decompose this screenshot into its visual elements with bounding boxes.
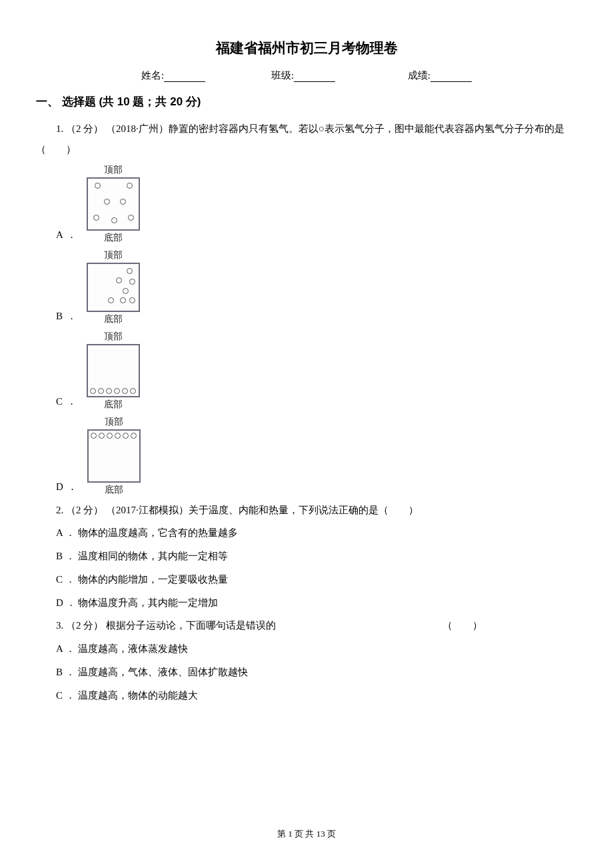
q1-figure-c-bottom: 底部	[104, 399, 123, 411]
q1-container-b	[87, 263, 140, 312]
q1-figure-a-bottom: 底部	[104, 232, 123, 244]
q1-stem: 1. （2 分） （2018·广州）静置的密封容器内只有氢气。若以○表示氢气分子…	[36, 119, 577, 160]
q1-figure-d-top: 顶部	[105, 416, 123, 428]
section-1-header: 一、 选择题 (共 10 题；共 20 分)	[36, 94, 577, 109]
q3-stem-text: 3. （2 分） 根据分子运动论，下面哪句话是错误的	[56, 620, 276, 631]
q1-container-a	[87, 177, 140, 231]
q2-option-b: B ． 温度相同的物体，其内能一定相等	[36, 546, 577, 567]
name-label: 姓名:	[141, 70, 164, 81]
q1-figure-d: 顶部 底部	[87, 415, 141, 497]
q1-option-a-label: A ．	[56, 229, 77, 245]
q1-option-b-label: B ．	[56, 310, 77, 327]
class-label: 班级:	[271, 70, 294, 81]
q1-figure-a-top: 顶部	[104, 164, 123, 176]
score-blank[interactable]	[430, 71, 472, 82]
class-blank[interactable]	[294, 71, 335, 82]
q1-figure-b-bottom: 底部	[104, 313, 123, 325]
q3-option-b: B ． 温度越高，气体、液体、固体扩散越快	[36, 662, 577, 683]
q1-option-d-label: D ．	[56, 481, 78, 497]
q1-container-d	[87, 429, 141, 483]
q3-paren: （ ）	[442, 620, 482, 631]
student-info-row: 姓名: 班级: 成绩:	[36, 69, 577, 82]
q2-stem: 2. （2 分） （2017·江都模拟）关于温度、内能和热量，下列说法正确的是（…	[36, 500, 577, 521]
q1-figure-b: 顶部 底部	[87, 248, 140, 327]
q1-option-a: A ． 顶部 底部	[36, 163, 577, 245]
q3-option-a: A ． 温度越高，液体蒸发越快	[36, 639, 577, 659]
q3-option-c: C ． 温度越高，物体的动能越大	[36, 685, 577, 706]
exam-title: 福建省福州市初三月考物理卷	[36, 39, 577, 57]
q1-figure-c-top: 顶部	[104, 331, 123, 343]
name-blank[interactable]	[164, 71, 205, 82]
q1-figure-d-bottom: 底部	[105, 484, 123, 496]
q3-stem: 3. （2 分） 根据分子运动论，下面哪句话是错误的（ ）	[36, 615, 577, 636]
q1-option-b: B ． 顶部 底部	[36, 248, 577, 327]
q2-option-a: A ． 物体的温度越高，它含有的热量越多	[36, 523, 577, 543]
q1-container-c	[87, 344, 140, 397]
q2-option-c: C ． 物体的内能增加，一定要吸收热量	[36, 569, 577, 590]
q1-option-c: C ． 顶部 底部	[36, 329, 577, 412]
q1-figure-a: 顶部 底部	[87, 163, 140, 245]
q1-figure-c: 顶部 底部	[87, 329, 140, 412]
q1-option-d: D ． 顶部 底部	[36, 415, 577, 497]
score-label: 成绩:	[408, 70, 430, 81]
q1-option-c-label: C ．	[56, 395, 77, 412]
page-footer: 第 1 页 共 13 页	[0, 828, 613, 840]
q2-option-d: D ． 物体温度升高，其内能一定增加	[36, 593, 577, 613]
q1-figure-b-top: 顶部	[104, 249, 123, 261]
